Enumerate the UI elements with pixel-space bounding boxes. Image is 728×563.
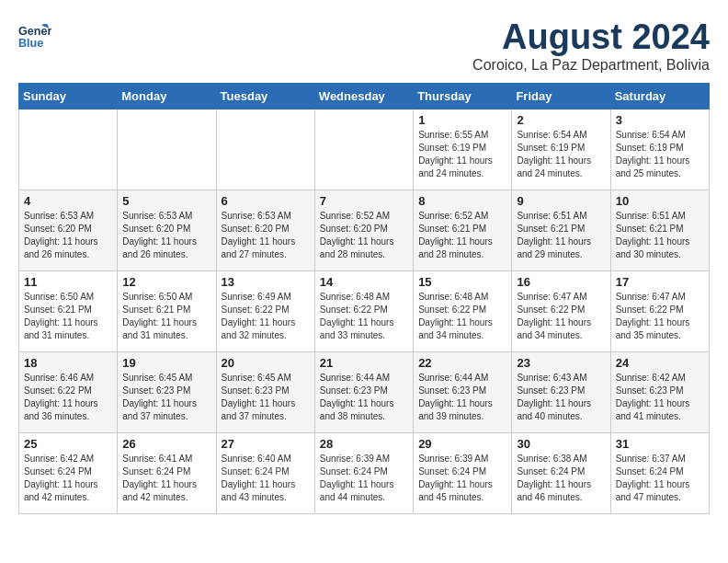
day-info: Sunrise: 6:49 AM Sunset: 6:22 PM Dayligh… xyxy=(222,291,310,342)
day-info: Sunrise: 6:41 AM Sunset: 6:24 PM Dayligh… xyxy=(122,453,210,504)
day-info: Sunrise: 6:40 AM Sunset: 6:24 PM Dayligh… xyxy=(222,453,310,504)
weekday-header-wednesday: Wednesday xyxy=(314,83,413,109)
week-row-4: 18Sunrise: 6:46 AM Sunset: 6:22 PM Dayli… xyxy=(19,351,710,432)
day-number: 7 xyxy=(320,194,408,208)
day-number: 30 xyxy=(517,437,605,451)
calendar-cell xyxy=(118,109,216,190)
day-number: 26 xyxy=(122,437,210,451)
day-info: Sunrise: 6:51 AM Sunset: 6:21 PM Dayligh… xyxy=(517,210,605,261)
day-info: Sunrise: 6:51 AM Sunset: 6:21 PM Dayligh… xyxy=(616,210,704,261)
calendar-cell: 20Sunrise: 6:45 AM Sunset: 6:23 PM Dayli… xyxy=(216,351,314,432)
title-area: August 2024 Coroico, La Paz Department, … xyxy=(472,18,710,74)
weekday-header-saturday: Saturday xyxy=(610,83,709,109)
day-info: Sunrise: 6:52 AM Sunset: 6:21 PM Dayligh… xyxy=(418,210,506,261)
day-info: Sunrise: 6:48 AM Sunset: 6:22 PM Dayligh… xyxy=(418,291,506,342)
weekday-header-row: SundayMondayTuesdayWednesdayThursdayFrid… xyxy=(19,83,710,109)
month-title: August 2024 xyxy=(472,18,710,57)
day-info: Sunrise: 6:48 AM Sunset: 6:22 PM Dayligh… xyxy=(320,291,408,342)
day-info: Sunrise: 6:43 AM Sunset: 6:23 PM Dayligh… xyxy=(517,372,605,423)
calendar-cell: 7Sunrise: 6:52 AM Sunset: 6:20 PM Daylig… xyxy=(314,190,413,270)
weekday-header-friday: Friday xyxy=(512,83,610,109)
day-number: 22 xyxy=(418,356,506,370)
day-number: 21 xyxy=(320,356,408,370)
calendar-cell: 12Sunrise: 6:50 AM Sunset: 6:21 PM Dayli… xyxy=(118,270,216,351)
day-number: 25 xyxy=(24,437,112,451)
day-info: Sunrise: 6:53 AM Sunset: 6:20 PM Dayligh… xyxy=(122,210,210,261)
day-info: Sunrise: 6:45 AM Sunset: 6:23 PM Dayligh… xyxy=(222,372,310,423)
calendar-cell xyxy=(314,109,413,190)
svg-text:Blue: Blue xyxy=(18,37,43,50)
calendar-cell: 26Sunrise: 6:41 AM Sunset: 6:24 PM Dayli… xyxy=(118,432,216,513)
day-number: 5 xyxy=(122,194,210,208)
day-number: 12 xyxy=(122,275,210,289)
week-row-5: 25Sunrise: 6:42 AM Sunset: 6:24 PM Dayli… xyxy=(19,432,710,513)
calendar-cell: 17Sunrise: 6:47 AM Sunset: 6:22 PM Dayli… xyxy=(610,270,709,351)
calendar-cell: 13Sunrise: 6:49 AM Sunset: 6:22 PM Dayli… xyxy=(216,270,314,351)
day-info: Sunrise: 6:46 AM Sunset: 6:22 PM Dayligh… xyxy=(24,372,112,423)
calendar-cell: 27Sunrise: 6:40 AM Sunset: 6:24 PM Dayli… xyxy=(216,432,314,513)
week-row-1: 1Sunrise: 6:55 AM Sunset: 6:19 PM Daylig… xyxy=(19,109,710,190)
weekday-header-tuesday: Tuesday xyxy=(216,83,314,109)
day-info: Sunrise: 6:52 AM Sunset: 6:20 PM Dayligh… xyxy=(320,210,408,261)
page-header: General Blue August 2024 Coroico, La Paz… xyxy=(18,18,710,74)
day-number: 18 xyxy=(24,356,112,370)
calendar-cell: 21Sunrise: 6:44 AM Sunset: 6:23 PM Dayli… xyxy=(314,351,413,432)
calendar-cell: 5Sunrise: 6:53 AM Sunset: 6:20 PM Daylig… xyxy=(118,190,216,270)
day-number: 10 xyxy=(616,194,704,208)
day-info: Sunrise: 6:45 AM Sunset: 6:23 PM Dayligh… xyxy=(122,372,210,423)
day-number: 19 xyxy=(122,356,210,370)
day-number: 28 xyxy=(320,437,408,451)
calendar-cell: 23Sunrise: 6:43 AM Sunset: 6:23 PM Dayli… xyxy=(512,351,610,432)
day-info: Sunrise: 6:55 AM Sunset: 6:19 PM Dayligh… xyxy=(418,129,506,180)
day-info: Sunrise: 6:47 AM Sunset: 6:22 PM Dayligh… xyxy=(616,291,704,342)
calendar-cell: 4Sunrise: 6:53 AM Sunset: 6:20 PM Daylig… xyxy=(19,190,118,270)
day-info: Sunrise: 6:42 AM Sunset: 6:23 PM Dayligh… xyxy=(616,372,704,423)
day-number: 27 xyxy=(222,437,310,451)
day-info: Sunrise: 6:54 AM Sunset: 6:19 PM Dayligh… xyxy=(517,129,605,180)
calendar-cell: 14Sunrise: 6:48 AM Sunset: 6:22 PM Dayli… xyxy=(314,270,413,351)
calendar-cell: 8Sunrise: 6:52 AM Sunset: 6:21 PM Daylig… xyxy=(414,190,512,270)
day-number: 8 xyxy=(418,194,506,208)
weekday-header-thursday: Thursday xyxy=(414,83,512,109)
location-title: Coroico, La Paz Department, Bolivia xyxy=(472,57,710,74)
day-info: Sunrise: 6:53 AM Sunset: 6:20 PM Dayligh… xyxy=(24,210,112,261)
calendar-cell: 18Sunrise: 6:46 AM Sunset: 6:22 PM Dayli… xyxy=(19,351,118,432)
day-info: Sunrise: 6:50 AM Sunset: 6:21 PM Dayligh… xyxy=(122,291,210,342)
day-info: Sunrise: 6:44 AM Sunset: 6:23 PM Dayligh… xyxy=(418,372,506,423)
day-number: 29 xyxy=(418,437,506,451)
day-number: 20 xyxy=(222,356,310,370)
day-info: Sunrise: 6:50 AM Sunset: 6:21 PM Dayligh… xyxy=(24,291,112,342)
weekday-header-monday: Monday xyxy=(118,83,216,109)
calendar-cell: 28Sunrise: 6:39 AM Sunset: 6:24 PM Dayli… xyxy=(314,432,413,513)
week-row-2: 4Sunrise: 6:53 AM Sunset: 6:20 PM Daylig… xyxy=(19,190,710,270)
day-number: 31 xyxy=(616,437,704,451)
day-info: Sunrise: 6:37 AM Sunset: 6:24 PM Dayligh… xyxy=(616,453,704,504)
day-number: 17 xyxy=(616,275,704,289)
day-number: 6 xyxy=(222,194,310,208)
logo-icon: General Blue xyxy=(18,18,51,52)
calendar-cell: 16Sunrise: 6:47 AM Sunset: 6:22 PM Dayli… xyxy=(512,270,610,351)
day-info: Sunrise: 6:38 AM Sunset: 6:24 PM Dayligh… xyxy=(517,453,605,504)
calendar-cell: 3Sunrise: 6:54 AM Sunset: 6:19 PM Daylig… xyxy=(610,109,709,190)
calendar-cell: 19Sunrise: 6:45 AM Sunset: 6:23 PM Dayli… xyxy=(118,351,216,432)
calendar-cell: 11Sunrise: 6:50 AM Sunset: 6:21 PM Dayli… xyxy=(19,270,118,351)
day-number: 9 xyxy=(517,194,605,208)
calendar-cell: 9Sunrise: 6:51 AM Sunset: 6:21 PM Daylig… xyxy=(512,190,610,270)
calendar-cell: 22Sunrise: 6:44 AM Sunset: 6:23 PM Dayli… xyxy=(414,351,512,432)
day-number: 24 xyxy=(616,356,704,370)
day-number: 15 xyxy=(418,275,506,289)
calendar-cell: 1Sunrise: 6:55 AM Sunset: 6:19 PM Daylig… xyxy=(414,109,512,190)
calendar-cell: 24Sunrise: 6:42 AM Sunset: 6:23 PM Dayli… xyxy=(610,351,709,432)
calendar-cell: 15Sunrise: 6:48 AM Sunset: 6:22 PM Dayli… xyxy=(414,270,512,351)
day-number: 4 xyxy=(24,194,112,208)
day-number: 13 xyxy=(222,275,310,289)
calendar-cell: 6Sunrise: 6:53 AM Sunset: 6:20 PM Daylig… xyxy=(216,190,314,270)
day-number: 16 xyxy=(517,275,605,289)
calendar-cell: 29Sunrise: 6:39 AM Sunset: 6:24 PM Dayli… xyxy=(414,432,512,513)
day-number: 14 xyxy=(320,275,408,289)
day-info: Sunrise: 6:42 AM Sunset: 6:24 PM Dayligh… xyxy=(24,453,112,504)
day-number: 3 xyxy=(616,113,704,127)
day-info: Sunrise: 6:44 AM Sunset: 6:23 PM Dayligh… xyxy=(320,372,408,423)
calendar-table: SundayMondayTuesdayWednesdayThursdayFrid… xyxy=(18,83,710,514)
day-number: 23 xyxy=(517,356,605,370)
